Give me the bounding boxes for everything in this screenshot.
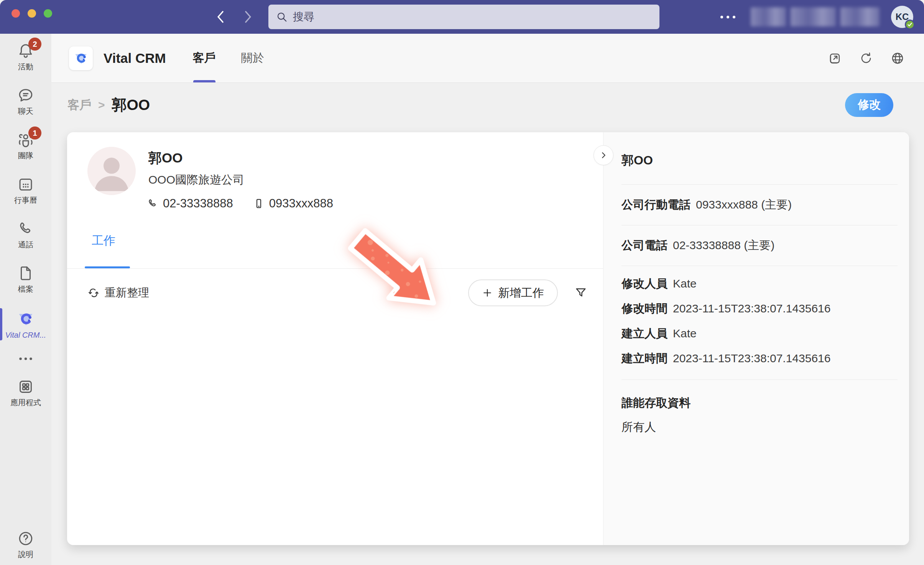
- app-tab-customers[interactable]: 客戶: [191, 34, 217, 82]
- access-label: 誰能存取資料: [621, 395, 898, 411]
- orange-arrow-annotation: [335, 214, 457, 330]
- vital-crm-logo-icon: [16, 309, 36, 329]
- chevron-right-icon: [598, 150, 608, 160]
- ellipsis-icon: [720, 16, 723, 18]
- globe-icon: [890, 51, 905, 66]
- access-section: 誰能存取資料 所有人: [621, 380, 898, 435]
- sidebar-item-more-apps[interactable]: [0, 353, 51, 365]
- calendar-icon: [17, 176, 35, 193]
- chat-icon: [17, 87, 35, 104]
- phone-icon: [147, 198, 158, 209]
- sidebar-item-label: 說明: [18, 549, 33, 560]
- sidebar-item-label: 行事曆: [14, 195, 37, 205]
- apps-grid-icon: [17, 378, 35, 396]
- global-search[interactable]: [268, 5, 659, 29]
- add-work-label: 新增工作: [498, 285, 544, 301]
- sync-icon: [87, 287, 100, 299]
- detail-field-phone: 公司電話02-33338888 (主要): [621, 225, 898, 266]
- language-button[interactable]: [889, 49, 906, 67]
- presence-available-icon: [905, 20, 915, 30]
- search-input[interactable]: [293, 11, 652, 23]
- collapse-panel-button[interactable]: [594, 145, 613, 165]
- contact-name: 郭OO: [148, 149, 182, 167]
- detail-field-label: 公司行動電話: [621, 198, 691, 211]
- sidebar-item-label: 通話: [18, 240, 33, 250]
- titlebar-more-menu[interactable]: [717, 12, 739, 22]
- contact-company: OOO國際旅遊公司: [148, 172, 244, 188]
- sidebar-item-vital-crm[interactable]: Vital CRM...: [0, 307, 51, 341]
- sidebar-item-calendar[interactable]: 行事曆: [0, 174, 51, 207]
- sidebar-item-help[interactable]: 說明: [0, 528, 51, 561]
- breadcrumb-separator: >: [98, 99, 105, 112]
- teams-sidebar: 活動 2 聊天 團隊 1 行事曆 通話 檔案 Vital CRM... 應用程式…: [0, 34, 51, 565]
- contact-mobile-value: 0933xxx888: [269, 197, 333, 210]
- help-icon: [17, 530, 35, 547]
- contact-phone-value: 02-33338888: [163, 197, 233, 210]
- customer-profile-section: 郭OO OOO國際旅遊公司 02-33338888 0933xxx888 工作 …: [67, 132, 603, 545]
- sidebar-item-calls[interactable]: 通話: [0, 218, 51, 251]
- phone-icon: [17, 220, 35, 238]
- detail-field-value: 02-33338888 (主要): [673, 239, 774, 251]
- detail-field-mobile: 公司行動電話0933xxx888 (主要): [621, 185, 898, 225]
- chevron-left-icon: [216, 10, 226, 23]
- edit-button[interactable]: 修改: [845, 93, 893, 117]
- record-metadata: 修改人員Kate 修改時間2023-11-15T23:38:07.1435616…: [621, 266, 898, 380]
- app-header: Vital CRM 客戶 關於: [51, 34, 924, 83]
- refresh-icon: [859, 51, 873, 66]
- panel-customer-name: 郭OO: [621, 132, 898, 185]
- titlebar: KC: [0, 0, 924, 34]
- breadcrumb-band: 客戶 > 郭OO 修改: [51, 83, 924, 126]
- breadcrumb-current-page: 郭OO: [112, 95, 150, 115]
- account-avatar[interactable]: KC: [891, 6, 913, 28]
- contact-avatar: [87, 147, 136, 195]
- breadcrumb-customers-link[interactable]: 客戶: [67, 97, 91, 113]
- reload-button[interactable]: [857, 49, 875, 67]
- add-work-button[interactable]: 新增工作: [468, 279, 558, 306]
- search-icon: [276, 11, 288, 23]
- meta-created-time: 建立時間2023-11-15T23:38:07.1435616: [621, 351, 898, 366]
- window-zoom-button[interactable]: [44, 9, 52, 18]
- customer-info-panel: 郭OO 公司行動電話0933xxx888 (主要) 公司電話02-3333888…: [603, 132, 909, 545]
- history-back-button[interactable]: [213, 8, 229, 25]
- sidebar-item-activity[interactable]: 活動 2: [0, 41, 51, 74]
- sidebar-item-apps[interactable]: 應用程式: [0, 376, 51, 409]
- filter-button[interactable]: [572, 284, 589, 301]
- sidebar-item-teams[interactable]: 團隊 1: [0, 130, 51, 163]
- app-tab-about[interactable]: 關於: [240, 34, 266, 82]
- sidebar-item-label: 團隊: [18, 151, 33, 161]
- history-forward-button[interactable]: [240, 8, 255, 25]
- activity-badge: 2: [28, 38, 41, 51]
- vital-crm-app-logo: [69, 46, 93, 70]
- sidebar-item-files[interactable]: 檔案: [0, 263, 51, 296]
- sidebar-item-label: 檔案: [18, 284, 33, 294]
- teams-badge: 1: [28, 126, 41, 140]
- meta-created-by: 建立人員Kate: [621, 326, 898, 342]
- funnel-icon: [574, 286, 588, 300]
- window-minimize-button[interactable]: [28, 9, 36, 18]
- redacted-account-name: [751, 7, 880, 26]
- contact-phone: 02-33338888: [147, 197, 233, 210]
- access-value: 所有人: [621, 419, 898, 435]
- person-silhouette-icon: [87, 147, 136, 195]
- popout-button[interactable]: [826, 49, 843, 67]
- tab-work[interactable]: 工作: [92, 233, 115, 249]
- more-apps-ellipsis-icon: [17, 354, 35, 363]
- plus-icon: [482, 287, 493, 298]
- sidebar-item-chat[interactable]: 聊天: [0, 85, 51, 118]
- detail-field-label: 公司電話: [621, 239, 668, 251]
- sidebar-item-label: Vital CRM...: [5, 331, 46, 340]
- sidebar-item-label: 聊天: [18, 106, 33, 117]
- meta-modified-by: 修改人員Kate: [621, 276, 898, 292]
- contact-mobile: 0933xxx888: [253, 197, 333, 210]
- window-controls: [12, 9, 52, 18]
- chevron-right-icon: [243, 10, 253, 23]
- detail-field-value: 0933xxx888 (主要): [696, 198, 792, 211]
- popout-icon: [827, 51, 842, 66]
- file-icon: [17, 264, 35, 282]
- mobile-phone-icon: [253, 198, 265, 209]
- window-close-button[interactable]: [12, 9, 20, 18]
- refresh-list-button[interactable]: 重新整理: [87, 285, 149, 301]
- sidebar-item-label: 活動: [18, 62, 33, 72]
- vital-crm-logo-icon: [72, 50, 89, 67]
- app-title: Vital CRM: [104, 51, 166, 66]
